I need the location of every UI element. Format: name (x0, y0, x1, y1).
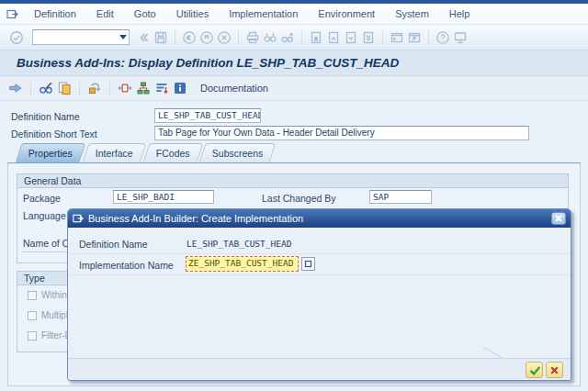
hierarchy-icon[interactable] (136, 81, 151, 95)
name-of-class-label: Name of C (23, 238, 69, 249)
cancel-icon[interactable] (217, 30, 232, 45)
name-of-class-field-edge (22, 251, 68, 252)
application-toolbar: Documentation (0, 76, 588, 101)
menu-definition[interactable]: Definition (24, 6, 86, 21)
find-icon[interactable] (263, 30, 277, 45)
sap-gui-window: Definition Edit Goto Utilities Implement… (0, 0, 588, 391)
continue-arrow-icon[interactable] (8, 81, 23, 95)
tab-divider (7, 162, 581, 163)
page-title: Business Add-Ins: Display Definition LE_… (17, 56, 399, 70)
package-label: Package (23, 193, 61, 204)
goto-implementation-icon[interactable] (118, 81, 132, 95)
tab-strip: Properties Interface FCodes Subscreens (18, 143, 274, 162)
create-shortcut-icon[interactable] (407, 30, 422, 45)
menu-utilities[interactable]: Utilities (166, 6, 219, 21)
within-checkbox[interactable] (28, 291, 37, 300)
dialog-close-button[interactable] (551, 212, 566, 225)
command-dropdown-icon[interactable] (119, 35, 127, 39)
documentation-button[interactable]: Documentation (197, 81, 272, 95)
tab-fcodes[interactable]: FCodes (142, 143, 203, 162)
find-next-icon[interactable] (280, 30, 295, 45)
definition-name-label: Definition Name (11, 111, 80, 122)
next-page-icon[interactable] (344, 30, 358, 45)
new-session-icon[interactable] (390, 30, 404, 45)
menu-implementation[interactable]: Implementation (219, 6, 308, 21)
cancel-button[interactable] (546, 362, 563, 378)
dialog-implementation-name-row: Implementation Name ZE_SHP_TAB_CUST_HEAD (68, 254, 571, 275)
dialog-definition-name-label: Definition Name (79, 239, 148, 250)
definition-short-text-label: Definition Short Text (11, 128, 97, 140)
checkbox-row-within: Within (28, 290, 67, 300)
definition-short-text-field[interactable]: Tab Page for Your Own Data - Header Deta… (154, 126, 529, 140)
package-field[interactable]: LE_SHP_BADI (113, 190, 214, 204)
command-field[interactable] (32, 29, 130, 45)
menu-bar: Definition Edit Goto Utilities Implement… (0, 4, 588, 25)
menu-edit[interactable]: Edit (86, 6, 124, 21)
enter-icon[interactable] (9, 30, 24, 45)
multiple-use-checkbox-label: Multipl (41, 310, 68, 320)
session-icon[interactable] (6, 8, 18, 20)
general-data-header: General Data (17, 174, 568, 188)
tab-interface[interactable]: Interface (82, 143, 146, 162)
sort-icon[interactable] (154, 81, 169, 95)
collapse-toolbar-icon[interactable] (136, 30, 151, 45)
menu-environment[interactable]: Environment (308, 6, 385, 21)
menu-help[interactable]: Help (439, 6, 481, 21)
checkbox-row-multiple: Multipl (28, 310, 68, 320)
copy-icon[interactable] (57, 81, 72, 95)
dialog-definition-name-row: Definition Name LE_SHP_TAB_CUST_HEAD (68, 235, 571, 254)
info-icon[interactable] (173, 81, 187, 95)
value-help-button[interactable] (301, 257, 315, 271)
within-checkbox-label: Within (41, 290, 67, 300)
confirm-button[interactable] (526, 362, 543, 378)
save-icon[interactable] (153, 30, 168, 45)
print-icon[interactable] (245, 30, 260, 45)
dialog-window-icon (73, 213, 84, 224)
exit-up-icon[interactable] (199, 30, 214, 45)
dialog-body: Definition Name LE_SHP_TAB_CUST_HEAD Imp… (68, 228, 571, 358)
menu-system[interactable]: System (385, 6, 439, 21)
tab-properties[interactable]: Properties (16, 143, 86, 162)
implementation-name-input[interactable]: ZE_SHP_TAB_CUST_HEAD (186, 256, 299, 272)
command-input[interactable] (34, 31, 115, 43)
filter-dependent-checkbox[interactable] (28, 331, 37, 341)
first-page-icon[interactable] (309, 30, 323, 45)
dialog-title-bar[interactable]: Business Add-In Builder: Create Implemen… (68, 209, 571, 228)
tab-subscreens[interactable]: Subscreens (199, 143, 277, 162)
previous-page-icon[interactable] (326, 30, 341, 45)
display-change-icon[interactable] (39, 81, 53, 95)
definition-name-field[interactable]: LE_SHP_TAB_CUST_HEAD (154, 108, 261, 123)
menu-goto[interactable]: Goto (124, 6, 166, 21)
language-label: Language (23, 210, 66, 221)
dialog-implementation-name-label: Implementation Name (79, 260, 174, 271)
title-bar: Business Add-Ins: Display Definition LE_… (0, 50, 588, 76)
dialog-definition-name-value: LE_SHP_TAB_CUST_HEAD (187, 239, 291, 249)
help-icon[interactable] (435, 30, 450, 45)
last-changed-by-label: Last Changed By (262, 193, 336, 204)
dialog-footer (68, 358, 571, 380)
customize-layout-icon[interactable] (453, 30, 468, 45)
multiple-use-checkbox[interactable] (28, 311, 37, 320)
back-icon[interactable] (182, 30, 197, 45)
dialog-title: Business Add-In Builder: Create Implemen… (88, 213, 303, 224)
standard-toolbar (0, 25, 588, 50)
create-implementation-dialog: Business Add-In Builder: Create Implemen… (67, 208, 571, 381)
where-used-icon[interactable] (87, 81, 102, 95)
last-changed-by-field[interactable]: SAP (369, 190, 432, 204)
last-page-icon[interactable] (361, 30, 376, 45)
